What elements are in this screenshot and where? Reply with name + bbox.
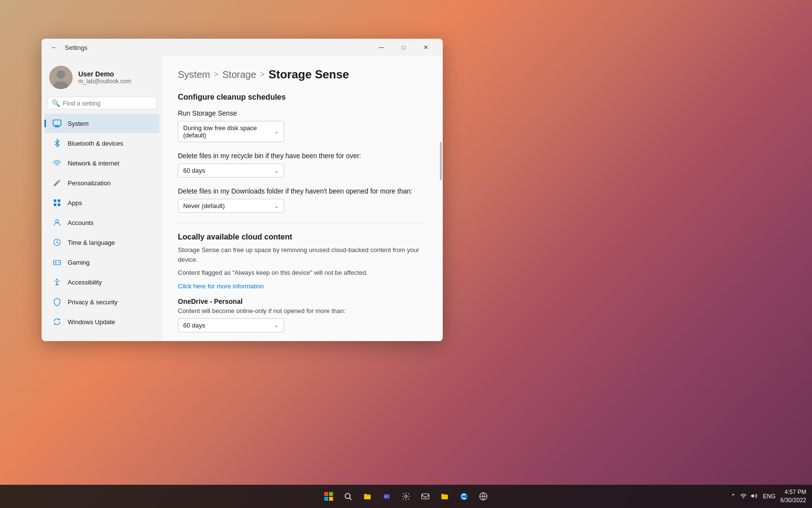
svg-rect-12 [54, 260, 61, 265]
privacy-icon [52, 297, 62, 307]
sidebar-item-label-gaming: Gaming [68, 259, 90, 266]
desktop: ← Settings — □ ✕ [0, 0, 812, 508]
settings-taskbar-button[interactable] [397, 488, 415, 505]
tray-volume[interactable] [750, 492, 758, 502]
sidebar-item-update[interactable]: Windows Update [44, 312, 160, 331]
onedrive-title: OneDrive - Personal [178, 298, 427, 305]
svg-rect-17 [329, 492, 333, 496]
sidebar-item-label-apps: Apps [68, 199, 82, 207]
sidebar-item-accounts[interactable]: Accounts [44, 213, 160, 232]
clock-date: 6/30/2022 [781, 496, 806, 505]
recycle-bin-wrapper: Delete files in my recycle bin if they h… [178, 152, 427, 178]
recycle-bin-dropdown[interactable]: 60 days ⌄ [178, 164, 284, 178]
svg-point-1 [57, 70, 65, 79]
run-storage-sense-wrapper: Run Storage Sense During low free disk s… [178, 109, 427, 142]
search-input[interactable] [63, 100, 152, 107]
time-icon [52, 238, 62, 247]
bluetooth-icon [52, 138, 62, 148]
taskbar-time[interactable]: 4:57 PM 6/30/2022 [781, 488, 806, 505]
user-profile[interactable]: User Demo m_lab@outlook.com [42, 60, 162, 97]
tray-chevron[interactable]: ⌃ [729, 492, 737, 501]
sidebar-item-label-personalization: Personalization [68, 179, 111, 187]
downloads-dropdown[interactable]: Never (default) ⌄ [178, 199, 284, 213]
taskbar: T ⌃ [0, 485, 812, 508]
file-explorer-taskbar-button[interactable] [359, 488, 376, 505]
downloads-wrapper: Delete files in my Downloads folder if t… [178, 187, 427, 213]
apps-icon [52, 198, 62, 208]
main-content: System > Storage > Storage Sense Configu… [162, 56, 443, 341]
run-storage-sense-value: During low free disk space (default) [183, 124, 274, 139]
systray-icons: ⌃ [729, 492, 758, 502]
svg-point-23 [405, 495, 407, 498]
sidebar: User Demo m_lab@outlook.com 🔍 Syste [42, 56, 162, 341]
sidebar-item-personalization[interactable]: Personalization [44, 173, 160, 193]
recycle-bin-label: Delete files in my recycle bin if they h… [178, 152, 427, 160]
cloud-description: Storage Sense can free up space by remov… [178, 245, 427, 264]
accounts-icon [52, 218, 62, 227]
recycle-bin-value: 60 days [183, 167, 205, 174]
window-title: Settings [65, 44, 87, 51]
sidebar-item-label-network: Network & internet [68, 160, 119, 167]
breadcrumb: System > Storage > Storage Sense [178, 68, 427, 81]
mail-taskbar-button[interactable] [417, 488, 434, 505]
svg-rect-9 [58, 204, 60, 206]
sidebar-item-bluetooth[interactable]: Bluetooth & devices [44, 134, 160, 153]
sidebar-item-network[interactable]: Network & internet [44, 153, 160, 173]
search-icon: 🔍 [52, 99, 60, 107]
title-bar: ← Settings — □ ✕ [42, 39, 443, 56]
svg-point-10 [56, 220, 58, 223]
downloads-label: Delete files in my Downloads folder if t… [178, 187, 427, 195]
accessibility-icon [52, 277, 62, 287]
svg-rect-7 [58, 199, 60, 202]
window-controls: — □ ✕ [370, 39, 437, 56]
search-box[interactable]: 🔍 [47, 97, 157, 109]
divider-1 [178, 223, 427, 223]
user-name: User Demo [78, 70, 131, 78]
close-button[interactable]: ✕ [415, 39, 437, 56]
sidebar-item-gaming[interactable]: Gaming [44, 253, 160, 272]
search-taskbar-button[interactable] [339, 488, 357, 505]
update-icon [52, 317, 62, 327]
start-button[interactable] [320, 488, 337, 505]
svg-point-15 [57, 279, 58, 280]
sidebar-item-accessibility[interactable]: Accessibility [44, 272, 160, 292]
title-bar-left: ← Settings [47, 41, 87, 54]
chevron-down-icon-4: ⌄ [274, 322, 279, 329]
edge-taskbar-button[interactable] [455, 488, 473, 505]
window-body: User Demo m_lab@outlook.com 🔍 Syste [42, 56, 443, 341]
sidebar-item-system[interactable]: System [44, 114, 160, 133]
sidebar-item-time[interactable]: Time & language [44, 233, 160, 252]
breadcrumb-storage[interactable]: Storage [222, 69, 256, 80]
sidebar-item-label-privacy: Privacy & security [68, 299, 117, 306]
sidebar-item-privacy[interactable]: Privacy & security [44, 292, 160, 312]
onedrive-desc: Content will become online-only if not o… [178, 307, 427, 314]
minimize-button[interactable]: — [370, 39, 392, 56]
svg-rect-19 [329, 497, 333, 501]
taskbar-center: T [320, 488, 492, 505]
onedrive-dropdown[interactable]: 60 days ⌄ [178, 318, 284, 332]
system-icon [52, 119, 62, 128]
svg-rect-6 [54, 199, 56, 202]
language-indicator[interactable]: ENG [762, 492, 777, 501]
breadcrumb-system[interactable]: System [178, 69, 210, 80]
svg-point-13 [58, 262, 59, 263]
sidebar-item-label-accessibility: Accessibility [68, 279, 102, 286]
svg-rect-18 [324, 497, 328, 501]
browser2-taskbar-button[interactable] [475, 488, 492, 505]
avatar [49, 66, 72, 89]
svg-point-14 [59, 263, 60, 264]
explorer2-taskbar-button[interactable] [436, 488, 453, 505]
tray-network[interactable] [739, 492, 748, 502]
teams-taskbar-button[interactable]: T [378, 488, 395, 505]
sidebar-item-apps[interactable]: Apps [44, 193, 160, 212]
back-button[interactable]: ← [47, 41, 61, 54]
user-email: m_lab@outlook.com [78, 78, 131, 85]
section-title: Configure cleanup schedules [178, 93, 427, 102]
run-storage-sense-dropdown[interactable]: During low free disk space (default) ⌄ [178, 121, 284, 142]
sidebar-item-label-accounts: Accounts [68, 219, 93, 226]
cloud-link[interactable]: Click here for more information [178, 283, 264, 290]
breadcrumb-sep-1: > [214, 70, 218, 79]
svg-rect-16 [324, 492, 328, 496]
svg-point-27 [743, 497, 744, 498]
maximize-button[interactable]: □ [392, 39, 415, 56]
